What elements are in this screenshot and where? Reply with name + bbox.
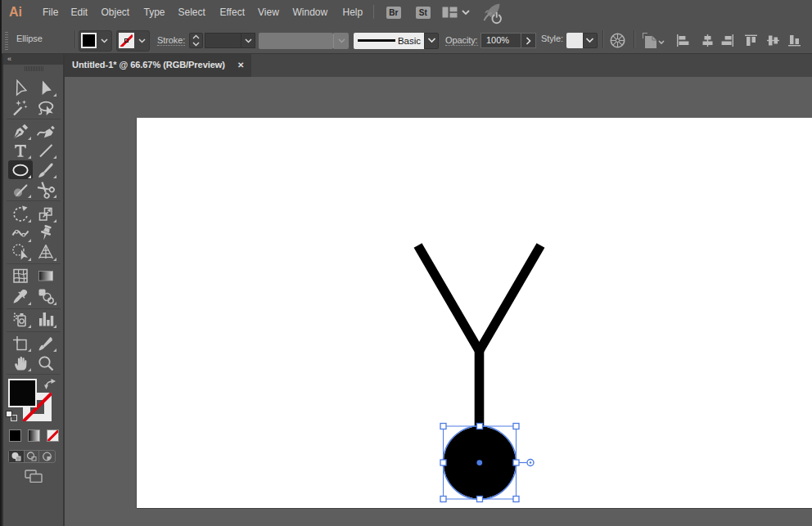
tool-eyedropper[interactable] <box>8 287 33 306</box>
color-mode-button[interactable] <box>9 429 21 442</box>
style-swatch[interactable] <box>566 33 583 48</box>
stroke-panel-link[interactable]: Stroke: <box>157 34 185 46</box>
tool-free-transform[interactable] <box>34 205 58 223</box>
gpu-performance-icon[interactable] <box>482 2 505 25</box>
app-logo: Ai <box>9 1 22 24</box>
fill-proxy[interactable] <box>8 379 37 407</box>
width-icon <box>11 224 29 242</box>
menu-type[interactable]: Type <box>144 0 165 25</box>
tool-blend[interactable] <box>34 287 58 306</box>
flyout-indicator <box>53 348 56 352</box>
bridge-button[interactable]: Br <box>386 7 401 20</box>
width-profile-caret[interactable] <box>333 33 349 49</box>
tool-shaper[interactable] <box>8 180 33 199</box>
document-setup-icon[interactable] <box>643 32 665 49</box>
screen-mode-icon[interactable] <box>25 470 43 483</box>
column-graph-icon <box>37 310 55 328</box>
brush-definition-dropdown[interactable]: Basic <box>354 33 424 49</box>
opacity-expand-button[interactable] <box>521 33 536 48</box>
tool-pen[interactable] <box>8 122 33 141</box>
flyout-indicator <box>53 325 56 328</box>
controlbar-grip[interactable] <box>5 32 8 50</box>
tool-shape-builder[interactable] <box>8 243 33 262</box>
menubar-separator <box>373 5 374 19</box>
none-mode-button[interactable] <box>47 429 59 442</box>
stroke-width-field[interactable] <box>205 33 241 48</box>
align-vertical-center-icon[interactable] <box>766 34 780 47</box>
symbol-sprayer-icon <box>11 310 29 328</box>
tool-magic-wand[interactable] <box>8 98 33 117</box>
fill-color-caret[interactable] <box>97 33 111 48</box>
stroke-color-caret[interactable] <box>135 33 148 48</box>
tool-scissors[interactable] <box>34 180 58 199</box>
align-vertical-bottom-icon[interactable] <box>787 34 801 47</box>
menu-window[interactable]: Window <box>293 0 328 25</box>
draw-behind-button[interactable] <box>25 451 40 462</box>
tool-ellipse[interactable] <box>8 160 33 179</box>
menu-select[interactable]: Select <box>178 0 205 25</box>
tool-curvature[interactable] <box>34 122 58 141</box>
stroke-width-caret[interactable] <box>241 33 255 48</box>
tab-close-icon[interactable]: ✕ <box>237 54 244 76</box>
hand-icon <box>11 354 29 372</box>
tool-zoom[interactable] <box>34 353 58 372</box>
gradient-mode-button[interactable] <box>28 429 40 442</box>
tool-column-graph[interactable] <box>34 310 58 329</box>
menu-object[interactable]: Object <box>102 0 130 25</box>
menu-effect[interactable]: Effect <box>220 0 245 25</box>
workspace-switcher-icon[interactable] <box>442 7 458 18</box>
menu-edit[interactable]: Edit <box>71 0 88 25</box>
workspace-caret-icon[interactable] <box>461 9 471 16</box>
style-caret[interactable] <box>583 33 598 48</box>
draw-inside-button[interactable] <box>39 451 55 462</box>
tool-gradient[interactable] <box>34 267 58 285</box>
menu-view[interactable]: View <box>258 0 279 25</box>
opacity-field[interactable]: 100% <box>480 33 521 48</box>
tool-slice[interactable] <box>34 334 58 353</box>
opacity-link[interactable]: Opacity: <box>445 34 478 46</box>
tool-rotate[interactable] <box>8 205 33 223</box>
tool-type[interactable] <box>8 141 33 160</box>
menu-file[interactable]: File <box>43 0 58 25</box>
tool-separator <box>7 331 61 332</box>
align-horizontal-left-icon[interactable] <box>676 34 690 47</box>
tool-width[interactable] <box>8 224 33 243</box>
tools-panel-header[interactable]: « <box>3 54 63 65</box>
none-diagonal <box>47 429 59 442</box>
stroke-color-swatch[interactable] <box>119 33 134 48</box>
tool-puppet-warp[interactable] <box>34 224 58 243</box>
tool-mesh[interactable] <box>8 267 33 285</box>
align-horizontal-right-icon[interactable] <box>720 34 734 47</box>
menu-bar: Ai FileEditObjectTypeSelectEffectViewWin… <box>0 0 812 25</box>
flyout-indicator <box>28 325 31 328</box>
tool-artboard[interactable] <box>8 334 33 353</box>
draw-normal-button[interactable] <box>9 451 25 462</box>
tool-symbol-sprayer[interactable] <box>8 310 33 329</box>
width-profile-field[interactable] <box>259 33 333 49</box>
align-horizontal-center-icon[interactable] <box>701 34 715 47</box>
recolor-artwork-icon[interactable] <box>610 33 625 48</box>
tool-hand[interactable] <box>8 353 33 372</box>
document-tab[interactable]: Untitled-1* @ 66.67% (RGB/Preview) ✕ <box>65 54 251 77</box>
default-fill-stroke-icon[interactable] <box>6 411 17 421</box>
canvas-pasteboard[interactable] <box>65 77 812 526</box>
tool-paintbrush[interactable] <box>34 160 58 179</box>
artboard[interactable] <box>137 118 812 508</box>
blend-icon <box>37 287 55 305</box>
tool-perspective-grid[interactable] <box>34 243 58 262</box>
tool-selection[interactable] <box>8 79 33 97</box>
menu-help[interactable]: Help <box>343 0 363 25</box>
tool-line-segment[interactable] <box>34 141 58 160</box>
fill-color-swatch[interactable] <box>81 33 97 48</box>
align-vertical-top-icon[interactable] <box>744 34 758 47</box>
stroke-width-stepper[interactable] <box>189 33 203 48</box>
swap-fill-stroke-icon[interactable] <box>44 379 56 389</box>
tool-direct-selection[interactable] <box>34 79 58 97</box>
draw-mode-group <box>8 450 56 463</box>
stock-button[interactable]: St <box>416 7 431 20</box>
brush-caret[interactable] <box>424 33 439 49</box>
tools-panel-grip[interactable] <box>25 66 43 71</box>
mesh-icon <box>11 267 29 285</box>
tool-lasso[interactable] <box>34 98 58 117</box>
collapse-panel-icon[interactable]: « <box>7 55 11 63</box>
